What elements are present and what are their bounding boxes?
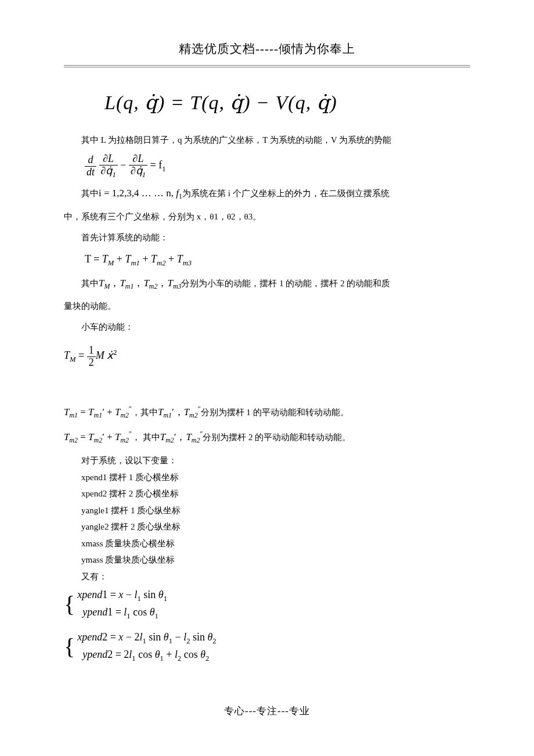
page-footer: 专心---专注---专业 bbox=[0, 704, 534, 718]
paragraph-lagrangian-desc: 其中 L 为拉格朗日算子，q 为系统的广义坐标，T 为系统的动能，V 为系统的势… bbox=[64, 131, 470, 149]
header-rule-top bbox=[64, 65, 470, 66]
paragraph-coords: 中，系统有三个广义坐标，分别为 x，θ1，θ2，θ3。 bbox=[64, 208, 470, 225]
var-yangle2: yangle2 摆杆 2 质心纵坐标 bbox=[81, 519, 470, 535]
paragraph-vars-intro: 对于系统，设以下变量： bbox=[64, 452, 470, 469]
var-ymass: ymass 质量块质心纵坐标 bbox=[81, 552, 470, 568]
var-xmass: xmass 质量块质心横坐标 bbox=[81, 535, 470, 552]
paragraph-kinetic-intro: 首先计算系统的动能： bbox=[64, 229, 470, 246]
eq-Tm1-line: Tm1 = Tm1′ + Tm2″，其中Tm1′，Tm2″分别为摆杆 1 的平动… bbox=[64, 401, 470, 423]
paragraph-T-desc-2: 量块的动能。 bbox=[64, 297, 470, 315]
page-header: 精选优质文档-----倾情为你奉上 bbox=[64, 41, 470, 62]
paragraph-cart-ke: 小车的动能： bbox=[64, 318, 470, 336]
text-also: 又有： bbox=[81, 568, 470, 585]
paragraph-indices: 其中i = 1,2,3,4 … … n, f1为系统在第 i 个广义坐标上的外力… bbox=[64, 182, 470, 204]
variable-list: xpend1 摆杆 1 质心横坐标 xpend2 摆杆 2 质心横坐标 yang… bbox=[81, 469, 470, 585]
var-yangle1: yangle1 摆杆 1 质心纵坐标 bbox=[81, 502, 470, 519]
eq-pend1-system: { xpend1 = x − l1 sin θ1 ypend1 = l1 cos… bbox=[64, 587, 470, 621]
eq-lagrangian: L(q, q̇) = T(q, q̇) − V(q, q̇) bbox=[104, 91, 470, 114]
eq-pend2-system: { xpend2 = x − 2l1 sin θ1 − l2 sin θ2 yp… bbox=[64, 629, 470, 664]
eq-euler-lagrange: ddt ∂L∂q̇1 − ∂L∂q̇1 = f1 bbox=[85, 153, 470, 179]
eq-T-sum: T = TM + Tm1 + Tm2 + Tm3 bbox=[85, 251, 470, 269]
paragraph-T-desc-1: 其中TM，Tm1，Tm2，Tm3分别为小车的动能，摆杆 1 的动能，摆杆 2 的… bbox=[64, 272, 470, 294]
header-rule-bottom bbox=[64, 67, 470, 67]
var-xpend1: xpend1 摆杆 1 质心横坐标 bbox=[81, 469, 470, 486]
eq-Tm2-line: Tm2 = Tm2′ + Tm2″， 其中Tm2′，Tm2″分别为摆杆 2 的平… bbox=[64, 426, 470, 448]
eq-TM: TM = 12M ẋ2 bbox=[64, 345, 470, 369]
var-xpend2: xpend2 摆杆 2 质心横坐标 bbox=[81, 485, 470, 502]
